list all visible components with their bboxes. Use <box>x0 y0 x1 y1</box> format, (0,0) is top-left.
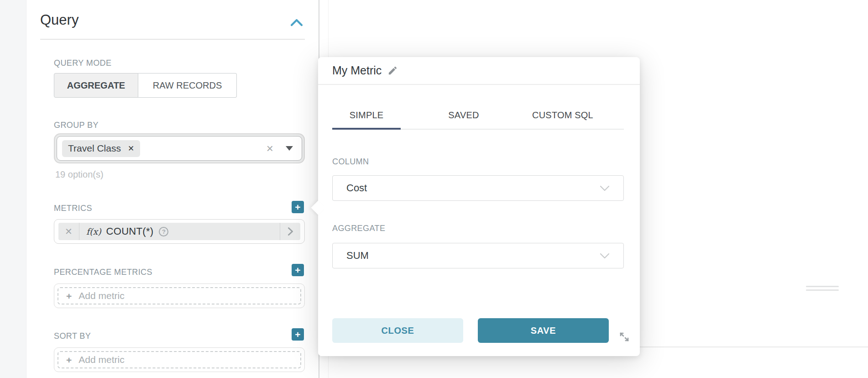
aggregate-select[interactable]: SUM <box>332 243 624 268</box>
metric-edit-popover: My Metric SIMPLE SAVED CUSTOM SQL COLUMN… <box>318 57 640 356</box>
tab-custom-sql[interactable]: CUSTOM SQL <box>522 110 604 121</box>
percentage-metrics-dropzone: + Add metric <box>54 284 305 308</box>
column-select[interactable]: Cost <box>332 175 624 201</box>
chevron-down-icon <box>600 185 610 191</box>
save-button[interactable]: SAVE <box>478 318 609 343</box>
metric-item[interactable]: ✕ f(x) COUNT(*) ? <box>54 219 305 244</box>
group-by-label: GROUP BY <box>54 121 99 130</box>
chevron-down-icon <box>600 253 610 259</box>
popover-tabs: SIMPLE SAVED CUSTOM SQL <box>332 102 624 130</box>
add-metric-placeholder: Add metric <box>78 354 124 365</box>
group-by-select[interactable]: Travel Class ✕ × <box>54 133 305 163</box>
popover-arrow <box>311 200 325 215</box>
column-select-value: Cost <box>346 182 600 194</box>
expand-metric-icon[interactable] <box>280 223 300 240</box>
drag-handle-bar <box>806 289 839 291</box>
active-tab-underline <box>332 128 401 130</box>
add-percentage-metric-button[interactable]: + Add metric <box>58 287 301 304</box>
function-icon: f(x) <box>86 226 101 236</box>
sort-by-label: SORT BY <box>54 331 91 341</box>
metrics-label: METRICS <box>54 204 92 213</box>
query-section-title: Query <box>40 12 78 28</box>
plus-icon: + <box>66 291 72 301</box>
aggregate-mode-button[interactable]: AGGREGATE <box>54 73 138 98</box>
edit-title-pencil-icon[interactable] <box>387 65 398 76</box>
add-percentage-metric-plus-button[interactable]: + <box>292 264 304 276</box>
tab-saved[interactable]: SAVED <box>429 110 498 121</box>
select-caret-icon[interactable] <box>286 146 293 151</box>
pane-divider-line <box>640 346 868 347</box>
remove-metric-icon[interactable]: ✕ <box>58 223 79 240</box>
raw-records-mode-button[interactable]: RAW RECORDS <box>138 73 237 98</box>
section-divider <box>40 39 305 40</box>
plus-icon: + <box>66 355 72 365</box>
tag-remove-icon[interactable]: ✕ <box>128 145 134 152</box>
add-metric-placeholder: Add metric <box>78 290 124 301</box>
column-label: COLUMN <box>332 157 369 167</box>
selected-tag: Travel Class ✕ <box>62 140 140 157</box>
query-mode-toggle: AGGREGATE RAW RECORDS <box>54 73 237 98</box>
metric-name: COUNT(*) <box>106 226 154 237</box>
metric-pill: ✕ f(x) COUNT(*) ? <box>58 223 300 240</box>
resize-popover-handle[interactable] <box>617 329 632 345</box>
options-count: 19 option(s) <box>55 169 104 180</box>
percentage-metrics-label: PERCENTAGE METRICS <box>54 268 152 277</box>
clear-select-icon[interactable]: × <box>267 142 273 154</box>
diagonal-resize-icon <box>618 331 631 343</box>
add-sort-by-metric-button[interactable]: + Add metric <box>58 351 301 368</box>
add-sort-by-plus-button[interactable]: + <box>292 328 304 341</box>
sort-by-dropzone: + Add metric <box>54 347 305 372</box>
popover-title: My Metric <box>332 64 382 77</box>
collapse-section-button[interactable] <box>288 15 306 30</box>
tab-simple[interactable]: SIMPLE <box>332 110 401 121</box>
popover-header: My Metric <box>318 57 640 85</box>
drag-handle-bar <box>806 286 839 287</box>
left-gutter <box>0 0 26 378</box>
aggregate-label: AGGREGATE <box>332 224 385 233</box>
aggregate-select-value: SUM <box>346 250 600 262</box>
help-icon[interactable]: ? <box>159 227 168 236</box>
close-button[interactable]: CLOSE <box>332 318 463 343</box>
group-by-select-field: Travel Class ✕ × <box>57 136 302 161</box>
chevron-up-icon <box>290 18 303 27</box>
add-metric-button[interactable]: + <box>292 201 304 213</box>
selected-tag-label: Travel Class <box>68 143 121 154</box>
query-mode-label: QUERY MODE <box>54 58 111 68</box>
pane-drag-handle[interactable] <box>806 286 839 293</box>
chart-builder-screen: { "colors": { "teal": "#35819D", "save_b… <box>0 0 868 378</box>
